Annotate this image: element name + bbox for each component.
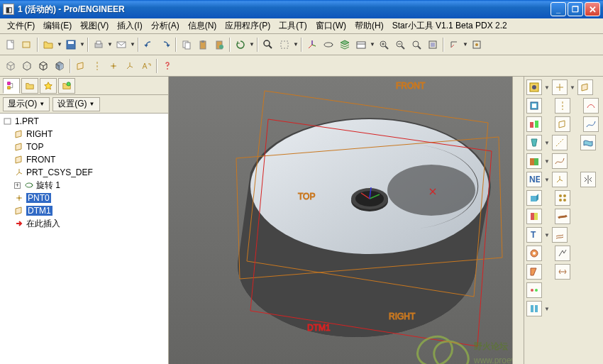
menu-app[interactable]: 应用程序(P) [221, 18, 275, 33]
tree-dtm1[interactable]: DTM1 [1, 204, 167, 217]
tool-surface[interactable] [580, 135, 596, 150]
datum-plane-toggle[interactable] [73, 58, 89, 74]
viewport-scroll-v[interactable] [512, 77, 524, 364]
tool-chamfer[interactable] [526, 264, 542, 280]
menu-file[interactable]: 文件(F) [3, 18, 39, 33]
tool-extrude[interactable] [526, 190, 542, 206]
tool-round[interactable] [526, 153, 542, 169]
tree-root[interactable]: 1.PRT [1, 115, 167, 128]
tool-style[interactable] [555, 246, 570, 261]
wireframe-button[interactable] [3, 58, 18, 74]
save-dropdown[interactable]: ▼ [79, 41, 85, 48]
annotation-toggle[interactable] [138, 58, 154, 74]
regen-dropdown[interactable]: ▼ [249, 41, 255, 48]
tool-axis2[interactable] [552, 135, 568, 150]
orient-dropdown[interactable]: ▼ [463, 41, 468, 48]
menu-window[interactable]: 窗口(W) [311, 18, 350, 33]
tool-csys[interactable] [552, 172, 568, 187]
paste-button[interactable] [195, 37, 211, 53]
tree-pnt0[interactable]: PNT0 [1, 192, 167, 204]
viewmgr-button[interactable] [353, 37, 369, 53]
redo-button[interactable] [157, 37, 173, 53]
menu-extra[interactable]: Star小工具 V1.1 Beta PDX 2.2 [388, 18, 511, 33]
undo-button[interactable] [141, 37, 157, 53]
tool-mirror[interactable] [580, 172, 596, 187]
email-button[interactable] [114, 37, 129, 53]
connections-tab[interactable] [58, 78, 75, 94]
new-object-button[interactable] [19, 37, 35, 53]
menu-edit[interactable]: 编辑(E) [39, 18, 76, 33]
close-button[interactable]: ✕ [585, 2, 600, 16]
menu-tools[interactable]: 工具(T) [275, 18, 311, 33]
print-button[interactable] [91, 37, 106, 53]
hidden-line-button[interactable] [19, 58, 35, 74]
tree-csys[interactable]: PRT_CSYS_DEF [1, 166, 167, 179]
email-dropdown[interactable]: ▼ [130, 41, 135, 48]
zoom-in-button[interactable] [392, 37, 408, 53]
graphics-viewport[interactable]: FRONT TOP RIGHT DTM1 [169, 77, 524, 364]
tree-datum-front[interactable]: FRONT [1, 153, 167, 166]
tool-axis[interactable] [555, 98, 570, 114]
no-hidden-button[interactable] [35, 58, 51, 74]
maximize-button[interactable]: ❐ [568, 2, 583, 16]
orient-button[interactable] [446, 37, 462, 53]
favorites-tab[interactable] [40, 78, 57, 94]
refit-button[interactable] [376, 37, 392, 53]
datum-axis-toggle[interactable] [89, 58, 105, 74]
copy-button[interactable] [179, 37, 194, 53]
save-button[interactable] [63, 37, 79, 53]
tool-spline[interactable] [552, 153, 568, 169]
open-dropdown[interactable]: ▼ [57, 41, 62, 48]
menu-info[interactable]: 信息(N) [184, 18, 221, 33]
new-file-button[interactable] [3, 37, 18, 53]
select-button[interactable] [277, 37, 292, 53]
tool-offset[interactable] [552, 227, 568, 243]
regenerate-button[interactable] [233, 37, 248, 53]
find-button[interactable] [260, 37, 276, 53]
menu-analysis[interactable]: 分析(A) [147, 18, 184, 33]
tool-rib[interactable] [526, 116, 542, 132]
show-button[interactable]: 显示(O)▼ [3, 97, 50, 111]
tree-insert-here[interactable]: 在此插入 [1, 217, 167, 230]
print-dropdown[interactable]: ▼ [107, 41, 113, 48]
paste-special-button[interactable] [211, 37, 227, 53]
tool-draft[interactable] [526, 135, 542, 150]
tool-shell[interactable] [526, 98, 542, 114]
tool-blend[interactable] [526, 246, 542, 261]
tool-plane[interactable] [577, 79, 593, 95]
view-csys-button[interactable] [304, 37, 320, 53]
expand-icon[interactable]: + [14, 182, 21, 189]
view-spin-button[interactable] [321, 37, 336, 53]
help-button[interactable] [160, 58, 175, 74]
viewmgr-dropdown[interactable]: ▼ [370, 41, 375, 48]
saved-views-button[interactable] [469, 37, 485, 53]
tree-datum-right[interactable]: RIGHT [1, 128, 167, 140]
tool-curve[interactable] [583, 116, 599, 132]
datum-csys-toggle[interactable] [122, 58, 138, 74]
settings-button[interactable]: 设置(G)▼ [52, 97, 99, 111]
menu-insert[interactable]: 插入(I) [113, 18, 146, 33]
zoom-out-button[interactable] [409, 37, 424, 53]
tool-revolve[interactable] [526, 209, 542, 224]
tool-misc2[interactable] [526, 301, 542, 316]
tool-point[interactable] [552, 79, 568, 95]
tool-pattern[interactable] [555, 190, 570, 206]
select-dropdown[interactable]: ▼ [293, 41, 299, 48]
tree-datum-top[interactable]: TOP [1, 140, 167, 153]
tool-sketch[interactable] [583, 98, 599, 114]
tool-datum-plane[interactable] [555, 116, 570, 132]
tool-trim[interactable] [555, 264, 570, 280]
folder-tab[interactable] [21, 78, 38, 94]
minimize-button[interactable]: _ [551, 2, 566, 16]
model-tree-tab[interactable] [3, 78, 20, 94]
menu-view[interactable]: 视图(V) [76, 18, 113, 33]
shaded-button[interactable] [52, 58, 67, 74]
tool-sweep[interactable]: T [526, 227, 542, 243]
tool-misc1[interactable] [526, 282, 542, 298]
tool-thicken[interactable] [555, 209, 570, 224]
tool-hole[interactable] [526, 79, 542, 95]
repaint-button[interactable] [425, 37, 441, 53]
menu-help[interactable]: 帮助(H) [350, 18, 388, 33]
open-button[interactable] [40, 37, 56, 53]
tree-revolve[interactable]: + 旋转 1 [1, 179, 167, 192]
